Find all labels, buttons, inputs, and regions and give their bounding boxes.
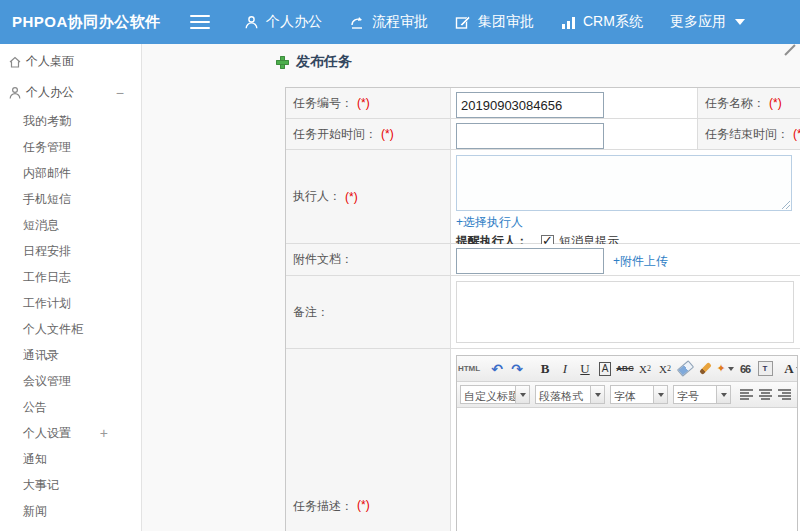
caret-down-icon: [717, 385, 731, 404]
page-title: 发布任务: [276, 53, 352, 71]
redo-icon[interactable]: [508, 359, 526, 378]
main-content: 发布任务 任务编号：(*) 任务名称：(*) 任务开始时间：(*) 任务结束时间…: [142, 44, 800, 531]
sidebar-item-news[interactable]: 新闻: [0, 498, 141, 524]
caret-down-icon: [516, 385, 530, 404]
quick-format-wand-icon[interactable]: ✦: [716, 359, 734, 378]
caret-down-icon: [654, 385, 668, 404]
font-size-dropdown[interactable]: 字号: [673, 385, 731, 404]
align-center-icon[interactable]: [759, 389, 773, 400]
description-cell: HTML B I U A ABC X2 X2 ✦: [451, 349, 800, 531]
start-time-label: 任务开始时间：(*): [286, 119, 451, 149]
sidebar-item-my-attendance[interactable]: 我的考勤: [0, 108, 141, 134]
sidebar-item-contacts[interactable]: 通讯录: [0, 342, 141, 368]
person-icon: [8, 86, 22, 100]
nav-item-group-approval[interactable]: 集团审批: [455, 13, 534, 31]
sidebar-item-schedule[interactable]: 日程安排: [0, 238, 141, 264]
corner-grip-icon: [784, 44, 795, 55]
remark-label: 备注：: [286, 276, 451, 348]
sidebar-item-personal-desktop[interactable]: 个人桌面: [0, 46, 141, 77]
choose-executor-link[interactable]: +选择执行人: [456, 214, 523, 231]
task-no-cell: [451, 88, 698, 118]
align-left-icon[interactable]: [740, 389, 754, 400]
form-row-task-no: 任务编号：(*) 任务名称：(*): [286, 88, 800, 119]
resize-grip-icon[interactable]: [780, 199, 790, 209]
task-no-label: 任务编号：(*): [286, 88, 451, 118]
editor-toolbar-row1: HTML B I U A ABC X2 X2 ✦: [457, 356, 797, 382]
strikethrough-button[interactable]: ABC: [616, 359, 634, 378]
start-time-input[interactable]: [456, 123, 604, 149]
remark-textarea[interactable]: [456, 281, 794, 343]
flow-approval-icon: [349, 15, 365, 30]
sidebar-item-work-log[interactable]: 工作日志: [0, 264, 141, 290]
nav-item-label: 流程审批: [372, 13, 428, 31]
blockquote-button[interactable]: 66: [736, 359, 754, 378]
home-icon: [8, 55, 22, 69]
custom-title-dropdown[interactable]: 自定义标题: [460, 385, 530, 404]
sidebar-item-work-plan[interactable]: 工作计划: [0, 290, 141, 316]
sidebar-menu: 个人桌面 个人办公 − 我的考勤 任务管理 内部邮件 手机短信 短消息 日程安排…: [0, 44, 142, 531]
collapse-minus-icon[interactable]: −: [116, 85, 124, 101]
form-row-start-time: 任务开始时间：(*) 任务结束时间：(*): [286, 119, 800, 150]
sidebar-item-announcement[interactable]: 公告: [0, 394, 141, 420]
form-row-remark: 备注：: [286, 276, 800, 349]
nav-item-process-approval[interactable]: 流程审批: [349, 13, 428, 31]
align-buttons: [740, 389, 797, 400]
rich-text-editor: HTML B I U A ABC X2 X2 ✦: [456, 355, 798, 531]
align-right-icon[interactable]: [778, 389, 792, 400]
green-plus-icon: [276, 56, 289, 69]
font-family-dropdown[interactable]: 字体: [610, 385, 668, 404]
top-navbar: PHPOA协同办公软件 个人办公 流程审批 集团审批 CRM系统 更多应用: [0, 0, 800, 44]
attachment-input[interactable]: [456, 248, 604, 274]
format-brush-icon[interactable]: [696, 359, 714, 378]
page-title-text: 发布任务: [296, 53, 352, 71]
editor-toolbar-row2: 自定义标题 段落格式 字体 字号: [457, 382, 797, 408]
sidebar-item-meeting-management[interactable]: 会议管理: [0, 368, 141, 394]
executor-textarea[interactable]: [456, 155, 792, 211]
user-icon: [244, 15, 259, 30]
end-time-label: 任务结束时间：(*): [698, 119, 800, 149]
font-color-button[interactable]: A: [784, 359, 797, 378]
attachment-upload-link[interactable]: +附件上传: [613, 253, 668, 270]
sidebar-item-personal-office[interactable]: 个人办公 −: [0, 77, 141, 108]
font-attr-button[interactable]: A: [596, 359, 614, 378]
nav-item-personal-office[interactable]: 个人办公: [244, 13, 322, 31]
bar-chart-icon: [561, 15, 576, 30]
description-label: 任务描述：(*): [286, 349, 451, 531]
paste-as-text-icon[interactable]: T: [756, 359, 774, 378]
subscript-button[interactable]: X2: [656, 359, 674, 378]
executor-cell: +选择执行人 提醒执行人： 短消息提示: [451, 150, 800, 243]
remark-cell: [451, 276, 800, 348]
superscript-button[interactable]: X2: [636, 359, 654, 378]
nav-item-more-apps[interactable]: 更多应用: [670, 13, 745, 31]
html-source-button[interactable]: HTML: [460, 359, 478, 378]
sidebar-item-short-message[interactable]: 短消息: [0, 212, 141, 238]
nav-item-crm[interactable]: CRM系统: [561, 13, 643, 31]
task-name-label: 任务名称：(*): [698, 88, 800, 118]
executor-label: 执行人：(*): [286, 150, 451, 243]
sidebar-item-sms[interactable]: 手机短信: [0, 186, 141, 212]
sidebar-item-notification[interactable]: 通知: [0, 446, 141, 472]
italic-button[interactable]: I: [556, 359, 574, 378]
expand-plus-icon[interactable]: +: [100, 425, 108, 441]
sidebar-item-personal-settings[interactable]: 个人设置 +: [0, 420, 141, 446]
undo-icon[interactable]: [488, 359, 506, 378]
sidebar-item-task-management[interactable]: 任务管理: [0, 134, 141, 160]
attachment-cell: +附件上传: [451, 244, 800, 275]
paragraph-format-dropdown[interactable]: 段落格式: [535, 385, 605, 404]
caret-down-icon: [735, 19, 745, 25]
start-time-cell: [451, 119, 698, 149]
hamburger-menu-icon[interactable]: [190, 15, 210, 29]
task-no-input[interactable]: [456, 92, 604, 118]
app-logo: PHPOA协同办公软件: [0, 13, 190, 32]
eraser-icon[interactable]: [676, 359, 694, 378]
nav-item-label: 集团审批: [478, 13, 534, 31]
sidebar-item-personal-files[interactable]: 个人文件柜: [0, 316, 141, 342]
nav-item-label: 个人办公: [266, 13, 322, 31]
underline-button[interactable]: U: [576, 359, 594, 378]
sidebar-item-memorabilia[interactable]: 大事记: [0, 472, 141, 498]
publish-task-form: 任务编号：(*) 任务名称：(*) 任务开始时间：(*) 任务结束时间：(*): [285, 87, 800, 531]
editor-content-area[interactable]: [457, 408, 797, 531]
sidebar-item-internal-mail[interactable]: 内部邮件: [0, 160, 141, 186]
nav-item-label: CRM系统: [583, 13, 643, 31]
bold-button[interactable]: B: [536, 359, 554, 378]
